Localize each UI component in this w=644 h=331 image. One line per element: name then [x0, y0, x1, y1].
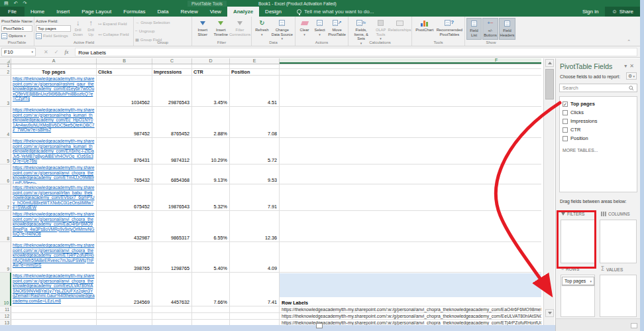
tab-formulas[interactable]: Formulas — [117, 7, 151, 17]
vertical-scrollbar[interactable] — [543, 58, 555, 325]
row-header-5[interactable]: 5 — [0, 138, 11, 164]
sign-in-button[interactable]: Sign in — [576, 9, 605, 15]
checkbox-icon[interactable] — [563, 136, 568, 141]
row-header-12[interactable]: 12 — [0, 313, 11, 319]
field-item-clicks[interactable]: Clicks — [563, 108, 634, 117]
cell[interactable] — [280, 76, 541, 106]
cell-ctr[interactable]: 5.32% — [192, 184, 230, 210]
cell[interactable] — [97, 64, 152, 68]
cell[interactable] — [11, 320, 97, 325]
active-cell-f10[interactable]: Row Labels — [280, 273, 541, 306]
cell[interactable] — [230, 320, 280, 325]
cell-url[interactable]: https://theknowledgeacademytth-my.sharep… — [11, 138, 97, 164]
tab-page-layout[interactable]: Page Layout — [76, 7, 117, 17]
search-input[interactable]: Search — [559, 84, 637, 92]
row-header-10[interactable]: 10 — [0, 273, 11, 306]
cell[interactable] — [280, 69, 541, 75]
insert-function-icon[interactable]: fx — [64, 49, 68, 55]
cell-clicks[interactable]: 765432 — [97, 165, 152, 184]
field-item-top-pages[interactable]: Top pages — [563, 99, 634, 108]
columns-drop-zone[interactable] — [600, 220, 637, 263]
name-box[interactable]: F10▾ — [1, 48, 36, 56]
share-button[interactable]: ☺Share — [605, 7, 640, 17]
cell[interactable] — [280, 211, 541, 241]
cell-clicks[interactable]: 1034562 — [97, 76, 152, 106]
values-drop-zone[interactable] — [600, 275, 637, 317]
cell-clicks[interactable]: 234569 — [97, 273, 152, 306]
cell[interactable] — [192, 320, 230, 325]
header-impressions[interactable]: Impressions — [152, 69, 192, 75]
cell-clicks[interactable]: 987452 — [97, 107, 152, 137]
checkbox-icon[interactable] — [563, 119, 568, 124]
collapse-ribbon-icon[interactable]: ⌃ — [627, 39, 631, 44]
cell[interactable] — [230, 313, 280, 319]
cell-position[interactable]: 7.08 — [230, 107, 280, 137]
row-header-8[interactable]: 8 — [0, 211, 11, 241]
filter-connections-button[interactable]: Filter Connections — [230, 18, 250, 40]
cell[interactable] — [192, 313, 230, 319]
cell[interactable] — [192, 306, 230, 312]
cell-impressions[interactable]: 6854368 — [152, 165, 192, 184]
cell[interactable] — [280, 138, 541, 164]
ungroup-button[interactable]: −Ungroup — [135, 28, 190, 34]
undo-icon[interactable]: ↶ — [14, 0, 18, 7]
redo-icon[interactable]: ↷ — [23, 0, 27, 7]
row-header-2[interactable]: 2 — [0, 69, 11, 75]
pivot-item[interactable]: https://theknowledgeacademytth-my.sharep… — [280, 306, 541, 312]
tools-dropdown-button[interactable]: ⚙▾ — [626, 72, 637, 80]
row-header-9[interactable]: 9 — [0, 242, 11, 272]
cell-url[interactable]: https://theknowledgeacademytth-my.sharep… — [11, 242, 97, 272]
column-header-d[interactable]: D — [192, 58, 230, 64]
more-tables-link[interactable]: MORE TABLES... — [563, 148, 634, 153]
cell[interactable] — [280, 64, 541, 68]
cell-ctr[interactable]: 3.45% — [192, 76, 230, 106]
column-header-a[interactable]: A — [11, 58, 97, 64]
name-box-dropdown-icon[interactable]: ▾ — [31, 50, 33, 54]
column-header-c[interactable]: C — [152, 58, 192, 64]
drill-up-button[interactable]: ↑ Drill Up — [85, 18, 97, 40]
cell[interactable] — [280, 242, 541, 272]
tab-file[interactable]: File — [0, 7, 25, 17]
cell[interactable] — [97, 313, 152, 319]
field-item-impressions[interactable]: Impressions — [563, 117, 634, 125]
column-header-e[interactable]: E — [230, 58, 280, 64]
cell-ctr[interactable]: 9.13% — [192, 165, 230, 184]
cell-impressions[interactable]: 1298765 — [152, 242, 192, 272]
cell-position[interactable]: 4.09 — [230, 242, 280, 272]
cell[interactable] — [192, 64, 230, 68]
expand-field-button[interactable]: ↦Expand Field — [98, 21, 132, 27]
field-item-position[interactable]: Position — [563, 134, 634, 143]
cell-impressions[interactable]: 9865317 — [152, 211, 192, 241]
cell-position[interactable]: 5.72 — [230, 138, 280, 164]
tab-view[interactable]: View — [204, 7, 227, 17]
cell-url[interactable]: https://theknowledgeacademytth-my.sharep… — [11, 211, 97, 241]
cell[interactable] — [97, 320, 152, 325]
cell-position[interactable]: 9.53 — [230, 165, 280, 184]
cell[interactable] — [152, 64, 192, 68]
change-data-source-button[interactable]: Change Data Source▾ — [271, 18, 294, 42]
insert-slicer-button[interactable]: Insert Slicer — [193, 18, 212, 40]
column-header-b[interactable]: B — [97, 58, 152, 64]
cell-ctr[interactable]: 2.88% — [192, 107, 230, 137]
cell-url[interactable]: https://theknowledgeacademytth-my.sharep… — [11, 107, 97, 137]
recommended-pivottables-button[interactable]: ? Recommended PivotTables — [436, 18, 463, 40]
horizontal-split-handle[interactable] — [316, 323, 323, 328]
cell-ctr[interactable]: 6.55% — [192, 211, 230, 241]
scroll-up-icon[interactable] — [545, 59, 554, 67]
cell-clicks[interactable]: 432987 — [97, 211, 152, 241]
pivotchart-button[interactable]: PivotChart — [413, 18, 436, 40]
cell[interactable] — [97, 306, 152, 312]
pivot-row-labels-cell[interactable]: Row Labels — [282, 300, 308, 306]
cell-url[interactable]: https://theknowledgeacademytth-my.sharep… — [11, 165, 97, 184]
cell[interactable] — [11, 313, 97, 319]
cell-ctr[interactable]: 7.66% — [192, 273, 230, 306]
enter-icon[interactable]: ✓ — [54, 49, 59, 55]
select-button[interactable]: Select▾ — [312, 18, 327, 40]
options-button[interactable]: Options▾ — [1, 33, 32, 39]
cancel-icon[interactable]: ✕ — [44, 49, 48, 55]
cell-ctr[interactable]: 5.40% — [192, 242, 230, 272]
cell-ctr[interactable]: 10.29% — [192, 138, 230, 164]
cell-position[interactable]: 4.51 — [230, 76, 280, 106]
formula-input[interactable]: Row Labels — [75, 48, 637, 56]
cell[interactable] — [11, 306, 97, 312]
